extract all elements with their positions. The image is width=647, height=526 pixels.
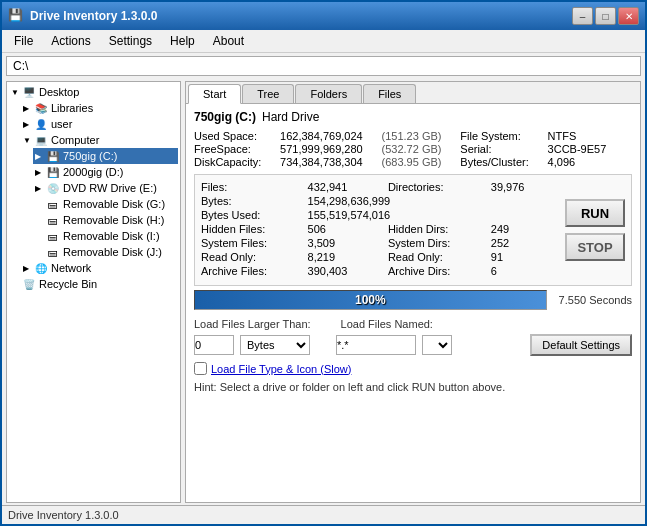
filesystem-label: File System:	[460, 130, 541, 142]
address-value[interactable]: C:\	[13, 59, 28, 73]
sidebar-item-computer[interactable]: ▼ 💻 Computer	[21, 132, 178, 148]
used-space-size: (151.23 GB)	[382, 130, 455, 142]
sidebar-item-recycle[interactable]: 🗑️ Recycle Bin	[9, 276, 178, 292]
archive-files-value: 390,403	[308, 265, 378, 277]
load-filetype-checkbox[interactable]	[194, 362, 207, 375]
tab-tree[interactable]: Tree	[242, 84, 294, 103]
sidebar-tree[interactable]: ▼ 🖥️ Desktop ▶ 📚 Libraries ▶ 👤 user ▼ 💻 …	[6, 81, 181, 503]
right-panel: Start Tree Folders Files 750gig (C:) Har…	[185, 81, 641, 503]
default-settings-button[interactable]: Default Settings	[530, 334, 632, 356]
read-only-label: Read Only:	[201, 251, 298, 263]
desktop-icon: 🖥️	[21, 85, 37, 99]
sidebar-item-i-drive[interactable]: 🖴 Removable Disk (I:)	[33, 228, 178, 244]
sidebar-item-j-drive[interactable]: 🖴 Removable Disk (J:)	[33, 244, 178, 260]
scan-area: Files: 432,941 Directories: 39,976 Bytes…	[194, 174, 632, 286]
stop-button[interactable]: STOP	[565, 233, 625, 261]
sidebar-item-label: Libraries	[51, 102, 93, 114]
tab-files[interactable]: Files	[363, 84, 416, 103]
free-space-label: FreeSpace:	[194, 143, 274, 155]
run-button[interactable]: RUN	[565, 199, 625, 227]
serial-label: Serial:	[460, 143, 541, 155]
drive-header: 750gig (C:) Hard Drive	[194, 110, 632, 124]
system-dirs-value: 252	[491, 237, 555, 249]
sidebar-item-label: Removable Disk (H:)	[63, 214, 164, 226]
progress-text: 100%	[355, 293, 386, 307]
used-space-label: Used Space:	[194, 130, 274, 142]
time-label: 7.550 Seconds	[559, 294, 632, 306]
load-larger-input[interactable]	[194, 335, 234, 355]
address-bar: C:\	[6, 56, 641, 76]
sidebar-item-label: Removable Disk (I:)	[63, 230, 160, 242]
sidebar-item-label: Recycle Bin	[39, 278, 97, 290]
menu-file[interactable]: File	[6, 32, 41, 50]
recycle-icon: 🗑️	[21, 277, 37, 291]
sidebar-item-user[interactable]: ▶ 👤 user	[21, 116, 178, 132]
sidebar-item-desktop[interactable]: ▼ 🖥️ Desktop	[9, 84, 178, 100]
menu-help[interactable]: Help	[162, 32, 203, 50]
read-only-value: 8,219	[308, 251, 378, 263]
bytes-select[interactable]: Bytes	[240, 335, 310, 355]
sidebar-item-d-drive[interactable]: ▶ 💾 2000gig (D:)	[33, 164, 178, 180]
load-named-input[interactable]	[336, 335, 416, 355]
menu-settings[interactable]: Settings	[101, 32, 160, 50]
user-icon: 👤	[33, 117, 49, 131]
named-section	[336, 335, 524, 355]
files-value: 432,941	[308, 181, 378, 193]
expand-libraries: ▶	[23, 104, 33, 113]
menu-actions[interactable]: Actions	[43, 32, 98, 50]
main-content: ▼ 🖥️ Desktop ▶ 📚 Libraries ▶ 👤 user ▼ 💻 …	[2, 79, 645, 505]
progress-row: 100% 7.550 Seconds	[194, 290, 632, 310]
bytes-value: 154,298,636,999	[308, 195, 555, 207]
title-bar-left: 💾 Drive Inventory 1.3.0.0	[8, 8, 157, 24]
checkbox-row: Load File Type & Icon (Slow)	[194, 362, 632, 375]
expand-d: ▶	[35, 168, 45, 177]
tab-start[interactable]: Start	[188, 84, 241, 104]
sidebar-item-label: Removable Disk (J:)	[63, 246, 162, 258]
disk-capacity-label: DiskCapacity:	[194, 156, 274, 168]
read-only-dirs-value: 91	[491, 251, 555, 263]
sidebar-item-network[interactable]: ▶ 🌐 Network	[21, 260, 178, 276]
d-drive-icon: 💾	[45, 165, 61, 179]
bytes-cluster-label: Bytes/Cluster:	[460, 156, 541, 168]
used-space-value: 162,384,769,024	[280, 130, 375, 142]
load-larger-label: Load Files Larger Than:	[194, 318, 311, 330]
options-row-2: Bytes Default Settings	[194, 334, 632, 356]
sidebar-item-label: Computer	[51, 134, 99, 146]
sidebar-item-e-drive[interactable]: ▶ 💿 DVD RW Drive (E:)	[33, 180, 178, 196]
sidebar-item-label: Network	[51, 262, 91, 274]
title-text: Drive Inventory 1.3.0.0	[30, 9, 157, 23]
expand-user: ▶	[23, 120, 33, 129]
run-stop-buttons: RUN STOP	[561, 181, 625, 279]
expand-desktop: ▼	[11, 88, 21, 97]
sidebar-item-h-drive[interactable]: 🖴 Removable Disk (H:)	[33, 212, 178, 228]
sidebar-item-libraries[interactable]: ▶ 📚 Libraries	[21, 100, 178, 116]
computer-icon: 💻	[33, 133, 49, 147]
archive-dirs-label: Archive Dirs:	[388, 265, 481, 277]
bytes-used-label: Bytes Used:	[201, 209, 298, 221]
maximize-button[interactable]: □	[595, 7, 616, 25]
expand-c: ▶	[35, 152, 45, 161]
menu-about[interactable]: About	[205, 32, 252, 50]
close-button[interactable]: ✕	[618, 7, 639, 25]
expand-computer: ▼	[23, 136, 33, 145]
tab-folders[interactable]: Folders	[295, 84, 362, 103]
title-bar: 💾 Drive Inventory 1.3.0.0 – □ ✕	[2, 2, 645, 30]
progress-bar-container: 100%	[194, 290, 547, 310]
app-icon: 💾	[8, 8, 24, 24]
free-space-size: (532.72 GB)	[382, 143, 455, 155]
sidebar-item-g-drive[interactable]: 🖴 Removable Disk (G:)	[33, 196, 178, 212]
named-dropdown[interactable]	[422, 335, 452, 355]
sidebar-item-c-drive[interactable]: ▶ 💾 750gig (C:)	[33, 148, 178, 164]
system-files-label: System Files:	[201, 237, 298, 249]
status-text: Drive Inventory 1.3.0.0	[8, 509, 119, 521]
scan-details: Files: 432,941 Directories: 39,976 Bytes…	[201, 181, 555, 279]
free-space-value: 571,999,969,280	[280, 143, 375, 155]
load-filetype-label[interactable]: Load File Type & Icon (Slow)	[211, 363, 351, 375]
e-drive-icon: 💿	[45, 181, 61, 195]
drive-type: Hard Drive	[262, 110, 319, 124]
expand-e: ▶	[35, 184, 45, 193]
minimize-button[interactable]: –	[572, 7, 593, 25]
load-named-label: Load Files Named:	[341, 318, 433, 330]
hidden-files-label: Hidden Files:	[201, 223, 298, 235]
directories-value: 39,976	[491, 181, 555, 193]
